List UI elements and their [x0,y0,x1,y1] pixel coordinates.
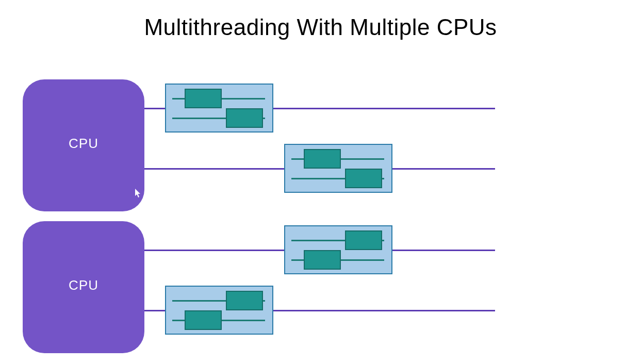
cpu-block-1: CPU [23,79,144,211]
task-block [226,108,263,128]
thread-box-2 [284,144,392,193]
task-block [185,310,222,330]
task-block [226,291,263,310]
thread-box-3 [284,225,392,274]
task-block [185,89,222,108]
cpu-label-1: CPU [69,136,98,152]
multithreading-diagram: CPU CPU [23,77,497,356]
task-block [304,149,341,169]
task-block [304,250,341,270]
thread-box-1 [165,84,273,133]
cpu-block-2: CPU [23,221,144,353]
page-title: Multithreading With Multiple CPUs [0,0,641,40]
task-block [345,230,382,250]
thread-box-4 [165,286,273,335]
task-block [345,169,382,188]
cpu-label-2: CPU [69,277,98,293]
